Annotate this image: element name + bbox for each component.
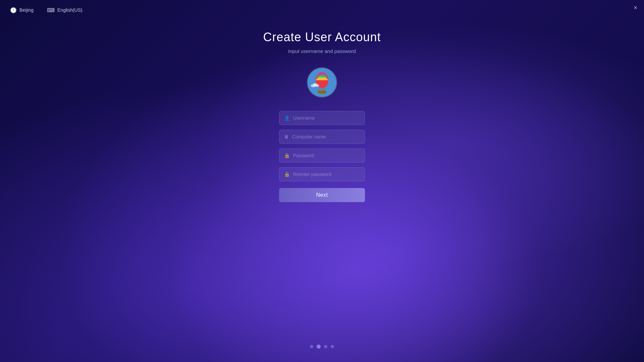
computername-input-wrapper: 🖥 — [279, 130, 365, 144]
reenter-password-input-wrapper: 🔒 — [279, 167, 365, 181]
lock2-icon: 🔒 — [284, 172, 290, 177]
computername-input[interactable] — [292, 134, 360, 139]
lock-icon: 🔒 — [284, 153, 290, 158]
computer-icon: 🖥 — [284, 134, 289, 139]
page-title: Create User Account — [263, 30, 381, 44]
language-selector[interactable]: ⌨ English(US) — [47, 7, 83, 13]
username-input-wrapper: 👤 — [279, 111, 365, 125]
main-content: Create User Account Input username and p… — [0, 0, 644, 362]
top-bar: 🕐 Beijing ⌨ English(US) — [0, 0, 644, 20]
timezone-label: Beijing — [19, 7, 34, 13]
password-input-wrapper: 🔒 — [279, 148, 365, 163]
language-label: English(US) — [57, 7, 83, 13]
avatar — [307, 67, 337, 98]
timezone-selector[interactable]: 🕐 Beijing — [10, 7, 34, 13]
user-icon: 👤 — [284, 115, 290, 121]
password-input[interactable] — [293, 153, 360, 158]
page-subtitle: Input username and password — [288, 48, 356, 54]
next-button[interactable]: Next — [279, 188, 365, 202]
balloon-icon — [308, 67, 336, 98]
svg-point-8 — [315, 84, 319, 87]
reenter-password-input[interactable] — [293, 172, 360, 177]
keyboard-icon: ⌨ — [47, 7, 55, 13]
clock-icon: 🕐 — [10, 7, 17, 13]
svg-rect-5 — [318, 90, 326, 94]
username-input[interactable] — [293, 115, 360, 121]
form-container: 👤 🖥 🔒 🔒 — [279, 111, 365, 181]
